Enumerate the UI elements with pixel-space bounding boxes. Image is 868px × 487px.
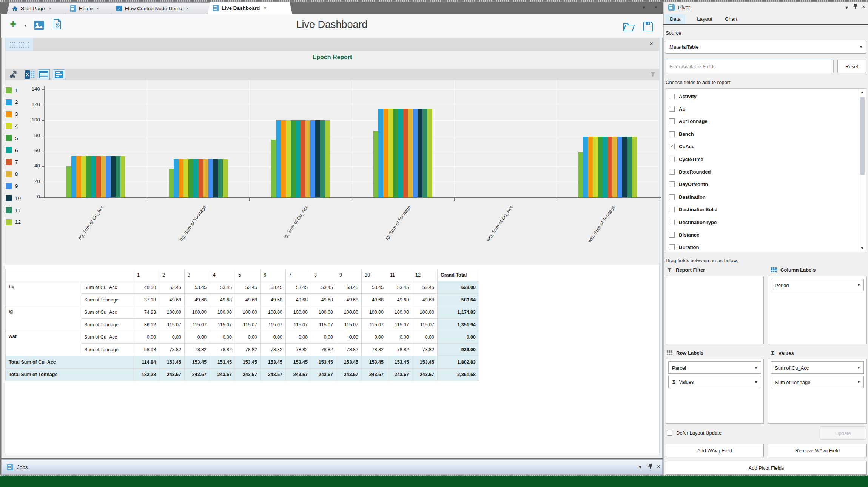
field-item-activity[interactable]: Activity (669, 91, 697, 101)
pivot-menu-caret-icon[interactable]: ▼ (845, 5, 849, 10)
field-checkbox[interactable] (669, 244, 675, 250)
field-checkbox[interactable] (669, 106, 675, 112)
field-list[interactable]: ▲ ▼ ActivityAuAu*TonnageBench✓CuAccCycle… (666, 88, 866, 252)
export-csv-icon[interactable]: CSV (9, 70, 19, 79)
measure-label: Sum of Tonnage (81, 319, 134, 331)
tab-close-icon[interactable]: × (186, 6, 189, 11)
field-item-au-tonnage[interactable]: Au*Tonnage (669, 117, 708, 126)
field-item-dayofmonth[interactable]: DayOfMonth (669, 180, 708, 189)
scrollbar-thumb[interactable] (860, 97, 865, 175)
field-name: Bench (679, 131, 694, 137)
add-wavg-field-button[interactable]: Add WAvg Field (666, 444, 764, 457)
save-dashboard-icon[interactable] (643, 21, 654, 31)
field-checkbox[interactable] (669, 118, 675, 124)
tab-close-icon[interactable]: × (96, 6, 99, 11)
column-field-period[interactable]: Period ▼ (771, 279, 864, 291)
jobs-panel-bar[interactable]: Jobs (1, 459, 663, 475)
tab-chart[interactable]: Chart (720, 14, 742, 24)
tab-close-icon[interactable]: × (49, 6, 52, 11)
legend-item[interactable]: 12 (6, 219, 21, 225)
x-tick (45, 198, 45, 201)
field-item-cuacc[interactable]: ✓CuAcc (669, 142, 694, 152)
field-item-distance[interactable]: Distance (669, 230, 699, 240)
field-checkbox[interactable] (669, 220, 675, 225)
row-field-parcel[interactable]: Parcel ▼ (668, 361, 761, 374)
report-filter-box[interactable] (666, 276, 764, 344)
export-image-icon[interactable] (33, 20, 45, 30)
legend-item[interactable]: 5 (6, 135, 18, 141)
field-checkbox[interactable] (669, 157, 675, 162)
add-pivot-fields-button[interactable]: Add Pivot Fields (666, 461, 867, 475)
add-widget-caret-icon[interactable]: ▼ (23, 23, 27, 28)
jobs-menu-caret-icon[interactable]: ▼ (638, 465, 642, 469)
bar-period-10 (622, 137, 627, 197)
tab-close-icon[interactable]: × (264, 5, 267, 11)
legend-item[interactable]: 2 (6, 99, 18, 105)
grand-total-value: 1,802.83 (438, 356, 479, 369)
jobs-close-icon[interactable]: × (657, 463, 660, 470)
update-button[interactable]: Update (820, 426, 866, 440)
field-checkbox[interactable] (669, 194, 675, 200)
field-item-destination[interactable]: Destination (669, 192, 706, 202)
field-checkbox[interactable] (669, 207, 675, 212)
filter-fields-input[interactable]: Filter Available Fields (666, 60, 834, 73)
field-checkbox[interactable] (669, 232, 675, 238)
value-field-cuacc[interactable]: Sum of Cu_Acc ▼ (771, 361, 864, 374)
scroll-up-icon[interactable]: ▲ (859, 89, 865, 95)
cell-value: 49.68 (412, 294, 438, 306)
field-item-cycletime[interactable]: CycleTime (669, 154, 703, 164)
tab-data[interactable]: Data (665, 14, 685, 24)
table-view-toggle[interactable] (38, 69, 50, 80)
sum-cuacc-value: Sum of Cu_Acc (775, 365, 809, 370)
grand-total-value: 926.00 (438, 344, 479, 356)
legend-item[interactable]: 8 (6, 171, 18, 177)
row-field-values[interactable]: ΣValues ▼ (668, 376, 761, 388)
export-pdf-icon[interactable] (53, 19, 64, 29)
group-separator (557, 80, 557, 197)
tab-flow-control-node-demo[interactable]: eFlow Control Node Demo× (111, 2, 217, 14)
pivot-pin-icon[interactable] (853, 3, 858, 11)
tab-list-caret-icon[interactable]: ▼ (642, 5, 646, 10)
legend-item[interactable]: 4 (6, 123, 18, 129)
scroll-down-icon[interactable]: ▼ (859, 245, 865, 251)
field-checkbox[interactable] (669, 169, 675, 175)
tab-layout[interactable]: Layout (692, 14, 717, 24)
export-excel-icon[interactable]: X (24, 70, 34, 79)
reset-button[interactable]: Reset (837, 60, 866, 73)
legend-item[interactable]: 10 (6, 195, 21, 201)
widget-close-icon[interactable]: × (649, 40, 653, 48)
value-field-tonnage[interactable]: Sum of Tonnage ▼ (771, 376, 864, 388)
open-dashboard-folder-icon[interactable] (623, 22, 634, 32)
cell-value: 78.82 (362, 344, 387, 356)
add-widget-button[interactable]: + (10, 19, 17, 29)
legend-item[interactable]: 9 (6, 183, 18, 189)
tab-start-page[interactable]: Start Page× (7, 2, 74, 14)
remove-wavg-field-button[interactable]: Remove WAvg Field (768, 444, 867, 457)
field-item-duration[interactable]: Duration (669, 243, 699, 252)
source-select[interactable]: MaterialTable ▼ (666, 40, 866, 54)
field-item-bench[interactable]: Bench (669, 129, 694, 139)
chart-view-toggle[interactable] (53, 69, 65, 80)
x-axis-line (40, 197, 661, 198)
tab-live-dashboard[interactable]: Live Dashboard× (208, 2, 292, 14)
defer-checkbox[interactable] (667, 430, 672, 436)
pivot-close-icon[interactable]: × (862, 3, 865, 10)
field-checkbox[interactable] (669, 181, 675, 187)
jobs-pin-icon[interactable] (648, 463, 653, 470)
defer-layout-update[interactable]: Defer Layout Update (667, 430, 722, 436)
legend-item[interactable]: 1 (6, 87, 18, 93)
tab-group-close-icon[interactable]: × (654, 4, 658, 10)
field-checkbox[interactable]: ✓ (669, 144, 675, 149)
field-item-daterounded[interactable]: DateRounded (669, 167, 711, 177)
legend-item[interactable]: 3 (6, 111, 18, 117)
field-item-au[interactable]: Au (669, 104, 685, 114)
field-checkbox[interactable] (669, 131, 675, 137)
field-checkbox[interactable] (669, 94, 675, 99)
legend-item[interactable]: 7 (6, 159, 18, 165)
legend-item[interactable]: 11 (6, 207, 20, 213)
field-item-destinationsolid[interactable]: DestinationSolid (669, 205, 718, 215)
field-list-scrollbar[interactable]: ▲ ▼ (859, 89, 865, 251)
chart-filter-funnel-icon[interactable] (650, 72, 656, 78)
legend-item[interactable]: 6 (6, 147, 18, 153)
field-item-destinationtype[interactable]: DestinationType (669, 217, 717, 227)
